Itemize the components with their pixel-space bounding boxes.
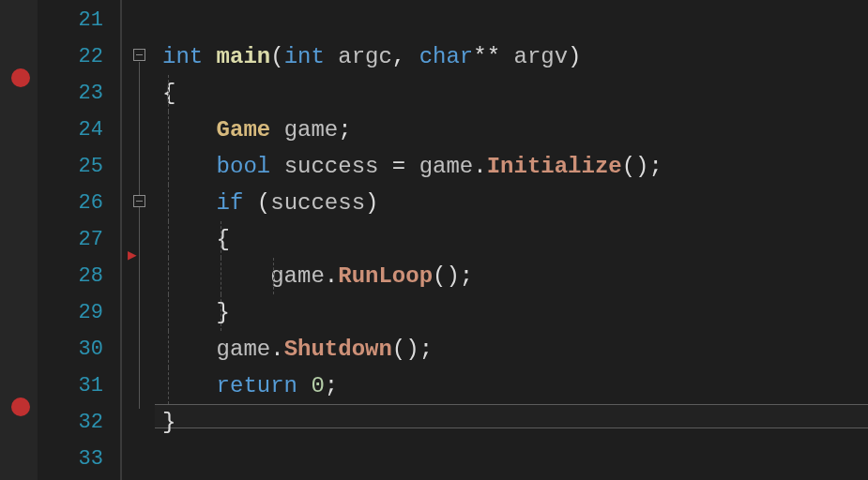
- keyword: int: [162, 44, 217, 69]
- identifier: success: [270, 190, 365, 216]
- code-line[interactable]: }: [155, 294, 868, 331]
- punct: ();: [433, 263, 473, 289]
- indent-guide: [168, 258, 169, 294]
- indent-guide: [168, 221, 169, 258]
- indent-guide: [168, 148, 169, 185]
- line-number[interactable]: 21: [38, 2, 120, 38]
- code-line[interactable]: [155, 441, 868, 477]
- code-line[interactable]: {: [155, 75, 868, 112]
- line-number[interactable]: 24: [38, 112, 120, 148]
- identifier: game: [419, 154, 474, 179]
- punct: (: [257, 190, 270, 216]
- line-number[interactable]: 27: [38, 221, 120, 258]
- class-name: Game: [217, 117, 284, 142]
- code-line[interactable]: {: [155, 221, 868, 258]
- line-number[interactable]: 23: [38, 75, 120, 112]
- function-name: main: [217, 44, 271, 69]
- breakpoint-icon[interactable]: [11, 398, 30, 416]
- punct: ;: [325, 373, 338, 398]
- line-number[interactable]: 26: [38, 185, 120, 221]
- method-name: Initialize: [487, 154, 622, 179]
- identifier: game: [270, 263, 325, 289]
- keyword: if: [217, 190, 257, 216]
- identifier: argv: [513, 44, 568, 69]
- line-number[interactable]: 25: [38, 148, 120, 185]
- indent-guide: [168, 368, 169, 404]
- line-number[interactable]: 28: [38, 258, 120, 294]
- code-area[interactable]: int main(int argc, char** argv) { Game g…: [155, 0, 868, 480]
- brace: {: [162, 81, 175, 106]
- operator: **: [473, 44, 513, 69]
- fold-collapse-icon[interactable]: [133, 49, 145, 61]
- punct: .: [325, 263, 338, 289]
- code-line[interactable]: if (success): [155, 185, 868, 221]
- code-line[interactable]: Game game;: [155, 112, 868, 148]
- execution-pointer-icon: ▶: [128, 246, 137, 264]
- brace: }: [217, 300, 230, 325]
- code-editor[interactable]: 21 22 23 24 25 26 27 28 29 30 31 32 33 ▶…: [0, 0, 868, 480]
- fold-guide-line: [139, 62, 140, 409]
- operator: =: [392, 154, 419, 179]
- line-number[interactable]: 30: [38, 331, 120, 368]
- number: 0: [311, 373, 324, 398]
- code-line[interactable]: [155, 2, 868, 38]
- punct: ): [568, 44, 581, 69]
- breakpoint-margin[interactable]: [0, 0, 38, 480]
- indent-guide: [221, 258, 221, 294]
- keyword: return: [217, 373, 312, 398]
- punct: ();: [392, 337, 433, 362]
- indent-guide: [168, 112, 169, 148]
- punct: ();: [622, 154, 662, 179]
- indent-guide: [168, 185, 169, 221]
- brace: }: [162, 410, 175, 435]
- line-number-gutter[interactable]: 21 22 23 24 25 26 27 28 29 30 31 32 33: [38, 0, 122, 480]
- code-line[interactable]: game.RunLoop();: [155, 258, 868, 294]
- line-number[interactable]: 33: [38, 441, 120, 477]
- code-line[interactable]: }: [155, 404, 868, 441]
- brace: {: [217, 227, 230, 252]
- keyword: int: [284, 44, 339, 69]
- keyword: bool: [217, 154, 284, 179]
- punct: ): [365, 190, 378, 216]
- punct: .: [270, 337, 283, 362]
- indent-guide: [168, 331, 169, 368]
- punct: .: [473, 154, 486, 179]
- breakpoint-icon[interactable]: [11, 68, 30, 87]
- method-name: RunLoop: [338, 263, 433, 289]
- code-line[interactable]: int main(int argc, char** argv): [155, 38, 868, 75]
- line-number[interactable]: 31: [38, 368, 120, 404]
- fold-margin[interactable]: ▶: [122, 0, 155, 480]
- fold-collapse-icon[interactable]: [133, 195, 145, 207]
- punct: ;: [338, 117, 351, 142]
- keyword: char: [419, 44, 474, 69]
- indent-guide: [273, 258, 274, 294]
- line-number[interactable]: 22: [38, 38, 120, 75]
- indent-guide: [168, 75, 169, 112]
- indent-guide: [168, 294, 169, 331]
- code-line[interactable]: game.Shutdown();: [155, 331, 868, 368]
- indent-guide: [221, 221, 221, 258]
- punct: ,: [392, 44, 419, 69]
- code-line[interactable]: bool success = game.Initialize();: [155, 148, 868, 185]
- identifier: game: [217, 337, 271, 362]
- indent-guide: [221, 294, 221, 331]
- code-line[interactable]: return 0;: [155, 368, 868, 404]
- identifier: success: [284, 154, 392, 179]
- identifier: argc: [338, 44, 392, 69]
- punct: (: [270, 44, 283, 69]
- identifier: game: [284, 117, 339, 142]
- line-number[interactable]: 29: [38, 294, 120, 331]
- method-name: Shutdown: [284, 337, 392, 362]
- line-number[interactable]: 32: [38, 404, 120, 441]
